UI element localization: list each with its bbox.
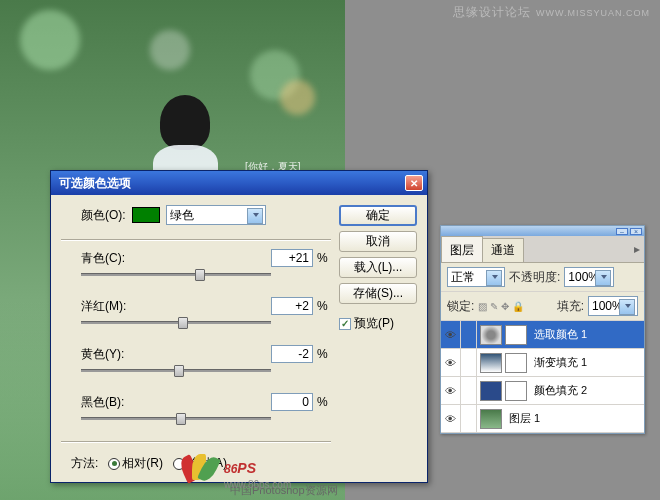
watermark: 思缘设计论坛WWW.MISSYUAN.COM xyxy=(453,4,650,21)
layer-name: 颜色填充 2 xyxy=(530,383,587,398)
mask-thumb-icon xyxy=(505,325,527,345)
layer-thumb-icon xyxy=(480,381,502,401)
magenta-input[interactable] xyxy=(271,297,313,315)
visibility-icon[interactable]: 👁 xyxy=(441,349,461,376)
save-button[interactable]: 存储(S)... xyxy=(339,283,417,304)
tab-layers[interactable]: 图层 xyxy=(441,236,483,262)
ok-button[interactable]: 确定 xyxy=(339,205,417,226)
visibility-icon[interactable]: 👁 xyxy=(441,377,461,404)
color-swatch xyxy=(132,207,160,223)
dialog-title: 可选颜色选项 xyxy=(55,175,405,192)
close-button[interactable]: ✕ xyxy=(405,175,423,191)
black-input[interactable] xyxy=(271,393,313,411)
magenta-label: 洋红(M): xyxy=(81,298,141,315)
load-button[interactable]: 载入(L)... xyxy=(339,257,417,278)
black-slider[interactable] xyxy=(176,413,186,425)
color-dropdown[interactable]: 绿色 xyxy=(166,205,266,225)
preview-label: 预览(P) xyxy=(354,315,394,332)
layer-thumb-icon xyxy=(480,409,502,429)
layer-name: 选取颜色 1 xyxy=(530,327,587,342)
magenta-slider[interactable] xyxy=(178,317,188,329)
selective-color-dialog: 可选颜色选项 ✕ 颜色(O): 绿色 青色(C): % 洋红(M): % xyxy=(50,170,428,483)
layer-name: 渐变填充 1 xyxy=(530,355,587,370)
visibility-icon[interactable]: 👁 xyxy=(441,321,461,348)
layer-row[interactable]: 👁 选取颜色 1 xyxy=(441,321,644,349)
panel-close-icon[interactable]: × xyxy=(630,228,642,235)
opacity-input[interactable]: 100% xyxy=(564,267,614,287)
yellow-label: 黄色(Y): xyxy=(81,346,141,363)
layer-list: 👁 选取颜色 1 👁 渐变填充 1 👁 颜色填充 2 👁 图层 1 xyxy=(441,321,644,433)
blend-mode-dropdown[interactable]: 正常 xyxy=(447,267,505,287)
tab-channels[interactable]: 通道 xyxy=(482,238,524,262)
fill-label: 填充: xyxy=(557,298,584,315)
black-label: 黑色(B): xyxy=(81,394,141,411)
mask-thumb-icon xyxy=(505,353,527,373)
yellow-input[interactable] xyxy=(271,345,313,363)
dialog-titlebar[interactable]: 可选颜色选项 ✕ xyxy=(51,171,427,195)
minimize-icon[interactable]: – xyxy=(616,228,628,235)
method-label: 方法: xyxy=(71,455,98,472)
panel-menu-icon[interactable]: ▸ xyxy=(630,236,644,262)
cancel-button[interactable]: 取消 xyxy=(339,231,417,252)
layers-panel: – × 图层 通道 ▸ 正常 不透明度: 100% 锁定: ▨ ✎ ✥ 🔒 填充… xyxy=(440,225,645,434)
opacity-label: 不透明度: xyxy=(509,269,560,286)
fill-input[interactable]: 100% xyxy=(588,296,638,316)
layer-name: 图层 1 xyxy=(505,411,540,426)
layer-thumb-icon xyxy=(480,353,502,373)
cyan-label: 青色(C): xyxy=(81,250,141,267)
method-relative-radio[interactable]: 相对(R) xyxy=(108,455,163,472)
lock-label: 锁定: xyxy=(447,298,474,315)
logo-86ps: 86PS www.86ps.com xyxy=(180,452,291,490)
yellow-slider[interactable] xyxy=(174,365,184,377)
color-label: 颜色(O): xyxy=(81,207,126,224)
layer-row[interactable]: 👁 颜色填充 2 xyxy=(441,377,644,405)
lock-icons[interactable]: ▨ ✎ ✥ 🔒 xyxy=(478,301,523,312)
mask-thumb-icon xyxy=(505,381,527,401)
cyan-input[interactable] xyxy=(271,249,313,267)
preview-checkbox[interactable]: ✓ xyxy=(339,318,351,330)
layer-row[interactable]: 👁 渐变填充 1 xyxy=(441,349,644,377)
cyan-slider[interactable] xyxy=(195,269,205,281)
layer-thumb-icon xyxy=(480,325,502,345)
visibility-icon[interactable]: 👁 xyxy=(441,405,461,432)
layer-row[interactable]: 👁 图层 1 xyxy=(441,405,644,433)
panel-titlebar[interactable]: – × xyxy=(441,226,644,236)
